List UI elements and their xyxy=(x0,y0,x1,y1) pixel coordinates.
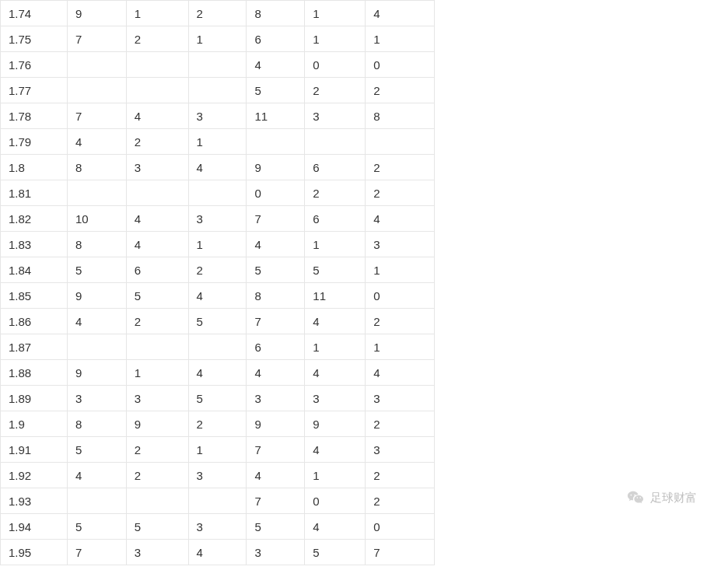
table-cell: 1 xyxy=(126,1,188,26)
table-row: 1.84562551 xyxy=(1,257,435,283)
table-cell: 4 xyxy=(188,283,247,309)
table-cell: 4 xyxy=(305,360,366,386)
table-row: 1.87611 xyxy=(1,334,435,360)
table-cell: 1.84 xyxy=(1,257,68,283)
table-cell: 1.89 xyxy=(1,386,68,411)
table-cell: 4 xyxy=(366,206,435,232)
table-cell: 1 xyxy=(305,26,366,52)
table-cell xyxy=(67,78,126,103)
table-cell: 5 xyxy=(188,309,247,334)
table-cell: 9 xyxy=(67,360,126,386)
table-cell: 3 xyxy=(305,386,366,411)
table-cell: 1.92 xyxy=(1,463,68,488)
table-cell: 2 xyxy=(366,78,435,103)
table-cell: 2 xyxy=(366,155,435,180)
table-cell: 1.88 xyxy=(1,360,68,386)
table-cell: 8 xyxy=(366,103,435,129)
table-cell: 3 xyxy=(366,232,435,257)
table-cell: 1.95 xyxy=(1,540,68,565)
table-cell: 1.83 xyxy=(1,232,68,257)
table-cell: 5 xyxy=(67,257,126,283)
table-cell xyxy=(188,180,247,206)
table-cell: 5 xyxy=(126,283,188,309)
table-cell: 0 xyxy=(366,514,435,540)
table-cell: 5 xyxy=(126,514,188,540)
table-cell xyxy=(126,78,188,103)
table-cell: 1 xyxy=(126,360,188,386)
table-cell: 2 xyxy=(305,180,366,206)
table-cell xyxy=(188,488,247,514)
table-row: 1.94553540 xyxy=(1,514,435,540)
table-cell xyxy=(67,180,126,206)
table-cell: 1 xyxy=(305,463,366,488)
table-cell: 0 xyxy=(247,180,305,206)
table-cell: 1 xyxy=(188,129,247,155)
table-cell: 1 xyxy=(366,334,435,360)
table-row: 1.8834962 xyxy=(1,155,435,180)
table-cell: 4 xyxy=(247,52,305,78)
table-cell: 1.79 xyxy=(1,129,68,155)
table-cell: 5 xyxy=(305,540,366,565)
table-cell: 1 xyxy=(366,26,435,52)
table-cell: 4 xyxy=(366,360,435,386)
table-cell: 9 xyxy=(126,411,188,437)
table-cell: 4 xyxy=(247,463,305,488)
table-row: 1.91521743 xyxy=(1,437,435,463)
table-cell: 5 xyxy=(247,78,305,103)
table-cell: 1 xyxy=(188,437,247,463)
table-row: 1.821043764 xyxy=(1,206,435,232)
table-cell: 1.9 xyxy=(1,411,68,437)
table-cell: 7 xyxy=(67,26,126,52)
table-cell: 5 xyxy=(188,386,247,411)
table-cell: 3 xyxy=(366,386,435,411)
table-cell: 3 xyxy=(188,463,247,488)
table-row: 1.859548110 xyxy=(1,283,435,309)
table-row: 1.86425742 xyxy=(1,309,435,334)
table-cell: 4 xyxy=(305,514,366,540)
table-cell: 4 xyxy=(188,360,247,386)
table-cell: 5 xyxy=(247,257,305,283)
table-cell: 2 xyxy=(305,78,366,103)
table-cell xyxy=(188,52,247,78)
table-row: 1.9892992 xyxy=(1,411,435,437)
table-cell: 1 xyxy=(366,257,435,283)
watermark: 足球财富 xyxy=(627,489,697,506)
table-cell: 2 xyxy=(366,463,435,488)
table-cell xyxy=(126,488,188,514)
table-cell: 6 xyxy=(305,206,366,232)
table-cell: 3 xyxy=(247,540,305,565)
table-row: 1.75721611 xyxy=(1,26,435,52)
table-cell: 6 xyxy=(247,334,305,360)
table-cell: 8 xyxy=(67,232,126,257)
table-cell: 1.86 xyxy=(1,309,68,334)
table-cell: 4 xyxy=(247,232,305,257)
table-cell: 7 xyxy=(67,540,126,565)
table-cell: 1.75 xyxy=(1,26,68,52)
table-cell: 4 xyxy=(366,1,435,26)
table-cell: 3 xyxy=(247,386,305,411)
table-cell: 0 xyxy=(305,52,366,78)
table-cell: 9 xyxy=(67,283,126,309)
table-cell: 2 xyxy=(366,180,435,206)
table-cell: 7 xyxy=(366,540,435,565)
table-cell: 1.8 xyxy=(1,155,68,180)
table-cell: 4 xyxy=(126,232,188,257)
table-cell: 3 xyxy=(126,155,188,180)
table-cell: 4 xyxy=(67,309,126,334)
table-cell: 6 xyxy=(305,155,366,180)
table-cell: 2 xyxy=(366,411,435,437)
table-cell: 3 xyxy=(188,206,247,232)
table-cell: 3 xyxy=(126,540,188,565)
table-cell: 7 xyxy=(247,437,305,463)
table-cell: 7 xyxy=(247,488,305,514)
table-cell: 4 xyxy=(305,309,366,334)
table-cell xyxy=(67,52,126,78)
table-cell: 8 xyxy=(67,411,126,437)
table-cell: 9 xyxy=(247,411,305,437)
table-cell: 3 xyxy=(305,103,366,129)
table-cell: 5 xyxy=(305,257,366,283)
table-cell: 8 xyxy=(67,155,126,180)
table-cell: 3 xyxy=(67,386,126,411)
table-cell: 1 xyxy=(305,232,366,257)
table-cell: 1.82 xyxy=(1,206,68,232)
